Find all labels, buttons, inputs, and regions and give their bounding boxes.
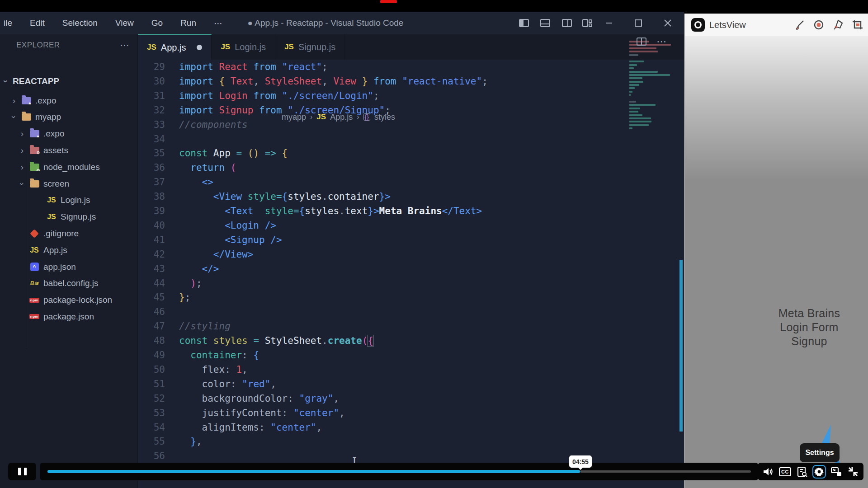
code-line-43: 43 </> [138, 263, 680, 278]
menu-item-selection[interactable]: Selection [60, 17, 100, 29]
js-file-icon: JS [221, 42, 230, 52]
explorer-more-icon[interactable]: ⋯ [120, 40, 130, 51]
window-title: ● App.js - Reactapp - Visual Studio Code [190, 12, 461, 34]
tree-file-package-json[interactable]: npmpackage.json [0, 308, 138, 325]
explorer-root-folder[interactable]: › REACTAPP [3, 73, 134, 89]
pause-bar [24, 468, 27, 475]
player-settings-icon[interactable] [812, 465, 826, 479]
menu-item-ile[interactable]: ile [1, 17, 15, 29]
tree-file-app-js[interactable]: JSApp.js [0, 242, 138, 258]
exit-fullscreen-icon[interactable] [846, 465, 860, 479]
minimap-line [629, 51, 658, 52]
tree-file-app-json[interactable]: ^app.json [0, 258, 138, 275]
code-line-52: 52 backgroundColor: "gray", [138, 393, 680, 408]
line-number: 46 [138, 306, 165, 317]
menu-item-go[interactable]: Go [149, 17, 165, 29]
code-line-38: 38 <View style={styles.container}> [138, 191, 680, 206]
draw-pen-icon[interactable] [793, 19, 805, 31]
node-folder-icon: JS [29, 163, 40, 172]
code-line-32: 32import Signup from "./screen/Signup"; [138, 105, 680, 119]
tree-item-label: screen [43, 179, 69, 189]
tree-folder-myapp[interactable]: ›myapp [0, 109, 138, 126]
tree-file-signup-js[interactable]: JSSignup.js [0, 209, 138, 225]
phone-text-line: Signup [755, 334, 863, 348]
tree-folder--expo[interactable]: ›▲.expo [0, 126, 138, 142]
vscode-window: ileEditSelectionViewGoRun⋯ ● App.js - Re… [0, 12, 684, 488]
tree-item-label: app.json [43, 262, 76, 272]
js-icon: JS [46, 196, 57, 205]
letsview-window: LetsView Meta Brains Login Form [684, 14, 868, 488]
toggle-secondary-sidebar-icon[interactable] [561, 18, 573, 28]
chevron-down-icon: › [1, 78, 11, 84]
tree-folder-node-modules[interactable]: ›JSnode_modules [0, 159, 138, 175]
chevron-right-icon: › [11, 96, 17, 106]
js-file-icon: JS [147, 43, 156, 52]
line-number: 44 [138, 278, 165, 289]
tree-item-label: package.json [43, 312, 94, 322]
seek-bar[interactable] [40, 463, 759, 480]
git-icon [29, 229, 40, 238]
time-tooltip: 04:55 [569, 455, 592, 468]
tree-folder-assets[interactable]: ›⚙assets [0, 142, 138, 159]
close-button[interactable] [662, 18, 674, 28]
code-line-33: 33//components [138, 119, 680, 134]
tab-signup-js[interactable]: JSSignup.js [275, 34, 345, 60]
menu-item-view[interactable]: View [113, 17, 137, 29]
maximize-button[interactable] [632, 18, 644, 28]
code-line-30: 30import { Text, StyleSheet, View } from… [138, 76, 680, 90]
pin-icon[interactable] [832, 19, 844, 31]
toggle-sidebar-icon[interactable] [518, 18, 530, 28]
minimap-line [629, 127, 632, 129]
tab-label: Login.js [235, 42, 266, 52]
pause-button[interactable] [8, 463, 36, 480]
notes-icon[interactable] [795, 465, 809, 479]
line-number: 35 [138, 148, 165, 159]
miniplayer-icon[interactable] [830, 465, 843, 479]
customize-layout-icon[interactable] [581, 18, 593, 28]
code-line-31: 31import Login from "./screen/Login"; [138, 90, 680, 105]
tree-item-label: package-lock.json [43, 295, 112, 305]
record-icon[interactable] [813, 19, 825, 31]
assets-folder-icon: ⚙ [29, 146, 40, 155]
tree-folder-screen[interactable]: ›screen [0, 175, 138, 192]
tree-item-label: .gitignore [43, 229, 79, 239]
code-line-45: 45}; [138, 292, 680, 306]
split-editor-icon[interactable] [637, 37, 646, 48]
captions-icon[interactable]: CC [778, 465, 792, 479]
js-icon: JS [46, 212, 57, 221]
editor-tabbar: JSApp.jsJSLogin.jsJSSignup.js [138, 34, 684, 60]
minimap-line [629, 94, 631, 96]
tree-item-label: .expo [43, 129, 64, 139]
editor-more-icon[interactable]: ⋯ [656, 37, 666, 48]
tree-file-login-js[interactable]: JSLogin.js [0, 192, 138, 209]
toggle-panel-icon[interactable] [539, 18, 551, 28]
screenshot-icon[interactable] [852, 19, 863, 31]
pause-bar [18, 468, 21, 475]
code-line-29: 29import React from "react"; [138, 61, 680, 76]
line-number: 48 [138, 335, 165, 346]
code-editor[interactable]: myapp › JS App.js › {} styles 29import R… [138, 60, 684, 488]
minimap-line [629, 71, 658, 73]
tree-file--gitignore[interactable]: .gitignore [0, 225, 138, 242]
line-number: 41 [138, 235, 165, 245]
code-line-49: 49 container: { [138, 350, 680, 364]
tab-app-js[interactable]: JSApp.js [138, 34, 212, 60]
mirrored-phone-screen: Meta Brains Login Form Signup [685, 36, 868, 488]
volume-icon[interactable] [761, 465, 775, 479]
line-number: 54 [138, 422, 165, 433]
tree-file-package-lock-json[interactable]: npmpackage-lock.json [0, 292, 138, 309]
menu-item-edit[interactable]: Edit [27, 17, 47, 29]
scrollbar[interactable] [679, 260, 683, 432]
tree-file-babel-config-js[interactable]: B≋babel.config.js [0, 275, 138, 292]
tree-folder--expo[interactable]: ›▲.expo [0, 92, 138, 109]
chevron-right-icon: › [19, 162, 25, 172]
code-line-35: 35const App = () => { [138, 148, 680, 162]
tree-item-label: Login.js [61, 195, 90, 205]
minimap-line [629, 101, 636, 103]
tab-login-js[interactable]: JSLogin.js [212, 34, 275, 60]
line-number: 53 [138, 408, 165, 418]
minimap[interactable] [629, 41, 680, 131]
minimize-button[interactable] [603, 18, 615, 28]
code-line-50: 50 flex: 1, [138, 364, 680, 379]
minimap-line [629, 84, 639, 86]
